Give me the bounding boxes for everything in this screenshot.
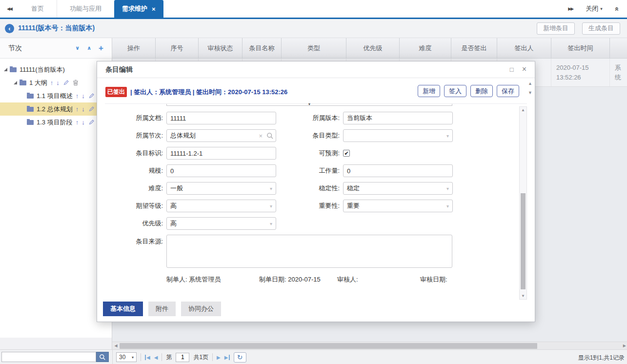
identifier-input[interactable]	[166, 147, 276, 160]
refresh-button[interactable]: ↻	[234, 352, 246, 363]
tree-node-overview[interactable]: 1.1 项目概述 ↑ ↓	[0, 89, 112, 102]
move-up-icon[interactable]: ↑	[76, 119, 79, 126]
first-page-icon[interactable]: ◀	[145, 355, 150, 360]
scrollbar-thumb[interactable]	[521, 193, 526, 289]
close-menu-button[interactable]: 关闭 ▾	[586, 4, 603, 13]
delete-icon[interactable]	[73, 80, 79, 86]
tree-node-outline[interactable]: 1 大纲 ↑ ↓	[0, 76, 112, 89]
tree-node-phase[interactable]: 1.3 项目阶段 ↑ ↓	[0, 116, 112, 129]
dialog-titlebar[interactable]: 条目编辑 □ ×	[97, 61, 535, 78]
col-difficulty[interactable]: 难度	[400, 38, 451, 58]
move-down-icon[interactable]: ↓	[56, 79, 60, 86]
edit-icon[interactable]	[88, 119, 95, 125]
scroll-left-icon[interactable]: ◀	[112, 344, 120, 348]
edit-icon[interactable]	[88, 93, 95, 99]
difficulty-select[interactable]: 一般 ▾	[166, 182, 276, 195]
move-up-icon[interactable]: ↑	[76, 105, 79, 113]
col-checked-out[interactable]: 是否签出	[451, 38, 497, 58]
move-down-icon[interactable]: ↓	[81, 92, 85, 100]
status-text: | 签出人：系统管理员 | 签出时间：2020-07-15 13:52:26	[130, 88, 287, 97]
edit-icon[interactable]	[63, 80, 69, 86]
tree-node-label: 1.3 项目阶段	[37, 118, 73, 127]
expand-all-icon[interactable]: ∨	[75, 45, 80, 51]
form-scrollbar[interactable]: ▲ ▼	[519, 106, 527, 300]
move-down-icon[interactable]: ↓	[81, 105, 85, 113]
tree-expander-icon[interactable]	[4, 68, 7, 71]
collapse-up-icon[interactable]: «	[613, 7, 621, 11]
maximize-icon[interactable]: □	[510, 66, 514, 73]
collapse-left-icon[interactable]: ◀◀	[0, 0, 19, 18]
scrollbar-thumb[interactable]	[120, 343, 537, 349]
workload-input[interactable]	[343, 164, 453, 177]
move-up-icon[interactable]: ↑	[50, 79, 54, 86]
doc-input[interactable]	[166, 112, 276, 124]
add-node-icon[interactable]: +	[99, 44, 103, 52]
doc-label: 所属文档:	[105, 114, 166, 122]
caret-down-icon: ▾	[446, 186, 449, 191]
tree-expander-icon[interactable]	[14, 81, 17, 84]
scroll-right-icon[interactable]: ▶	[623, 344, 626, 348]
tab-collaboration[interactable]: 协同办公	[181, 302, 221, 316]
tab-home[interactable]: 首页	[19, 0, 57, 18]
tab-basic-info[interactable]: 基本信息	[103, 302, 143, 316]
col-checkout-time[interactable]: 签出时间	[551, 38, 610, 58]
edit-icon[interactable]	[88, 106, 95, 112]
stability-select[interactable]: 稳定 ▾	[343, 182, 453, 195]
search-input[interactable]	[1, 352, 96, 362]
col-checkout-user[interactable]: 签出人	[497, 38, 551, 58]
tab-close-icon[interactable]: ×	[152, 5, 156, 13]
tab-attachments[interactable]: 附件	[148, 302, 176, 316]
search-icon[interactable]	[266, 132, 274, 140]
add-button[interactable]: 新增	[418, 85, 440, 97]
sidebar-title: 节次	[8, 44, 22, 53]
close-icon[interactable]: ×	[522, 66, 526, 73]
tab-requirements[interactable]: 需求维护 ×	[114, 0, 163, 18]
scale-input[interactable]	[166, 164, 276, 177]
expectation-select[interactable]: 高 ▾	[166, 200, 276, 212]
page-size-value: 30	[119, 354, 125, 361]
prev-page-icon[interactable]: ◀	[154, 355, 158, 360]
scroll-up-icon[interactable]: ▲	[520, 108, 526, 112]
expand-right-icon[interactable]: ▶▶	[568, 6, 573, 11]
source-textarea[interactable]	[166, 235, 452, 268]
last-page-icon[interactable]: ▶	[224, 355, 230, 360]
scroll-down-icon[interactable]: ▼	[527, 90, 533, 95]
checkin-button[interactable]: 签入	[444, 85, 466, 97]
col-entry-name[interactable]: 条目名称	[243, 38, 282, 58]
col-audit-status[interactable]: 审核状态	[199, 38, 243, 58]
entry-type-select[interactable]: ▾	[343, 129, 453, 142]
next-page-icon[interactable]: ▶	[217, 355, 221, 360]
horizontal-scrollbar[interactable]: ◀ ▶	[112, 342, 627, 349]
scroll-down-icon[interactable]: ▼	[520, 294, 526, 298]
importance-value: 重要	[347, 202, 360, 210]
delete-button[interactable]: 删除	[470, 85, 493, 97]
page-size-select[interactable]: 30 ▾	[116, 352, 137, 362]
search-button[interactable]	[96, 352, 109, 362]
clear-icon[interactable]: ×	[259, 132, 263, 140]
tree-node-planning[interactable]: 1.2 总体规划 ↑ ↓	[0, 102, 112, 116]
col-type[interactable]: 类型	[282, 38, 346, 58]
col-priority[interactable]: 优先级	[346, 38, 400, 58]
collapse-all-icon[interactable]: ∧	[87, 45, 91, 51]
version-input[interactable]	[343, 112, 453, 124]
predictable-checkbox[interactable]: ✔	[343, 150, 350, 157]
importance-select[interactable]: 重要 ▾	[343, 200, 453, 212]
tab-functions[interactable]: 功能与应用	[57, 0, 114, 18]
scroll-up-icon[interactable]: ▲	[527, 81, 533, 86]
divider	[212, 353, 213, 361]
back-button[interactable]: ‹	[5, 24, 14, 33]
tree-node-root[interactable]: 11111(当前版本)	[0, 63, 112, 76]
col-operation[interactable]: 操作	[112, 38, 156, 58]
section-lookup-field[interactable]: ×	[166, 129, 276, 142]
move-up-icon[interactable]: ↑	[76, 92, 79, 100]
generate-entry-button[interactable]: 生成条目	[582, 22, 620, 35]
section-input[interactable]	[170, 132, 259, 140]
add-entry-button[interactable]: 新增条目	[537, 22, 575, 35]
maker-info: 制单人: 系统管理员	[166, 275, 259, 284]
priority-select[interactable]: 高 ▾	[166, 217, 276, 230]
caret-down-icon: ▾	[446, 133, 449, 139]
col-seq[interactable]: 序号	[156, 38, 199, 58]
save-button[interactable]: 保存	[497, 85, 519, 97]
page-number-input[interactable]	[176, 353, 189, 362]
move-down-icon[interactable]: ↓	[81, 119, 85, 126]
